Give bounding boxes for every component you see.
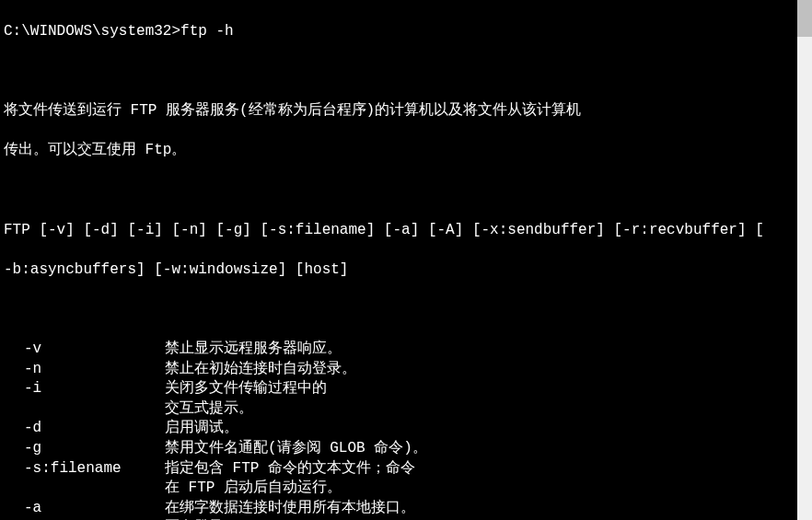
option-row: -g禁用文件名通配(请参阅 GLOB 命令)。 (4, 439, 794, 459)
option-row: -v禁止显示远程服务器响应。 (4, 340, 794, 360)
option-flag: -s:filename (4, 459, 165, 480)
description-text: 传出。可以交互使用 Ftp。 (4, 141, 794, 161)
option-flag (4, 479, 165, 499)
option-flag: -n (4, 360, 165, 380)
option-description: 启用调试。 (165, 419, 238, 439)
option-description: 禁止在初始连接时自动登录。 (165, 360, 356, 380)
option-row: 交互式提示。 (4, 399, 794, 420)
option-description: 禁止显示远程服务器响应。 (165, 340, 342, 360)
usage-syntax: -b:asyncbuffers] [-w:windowsize] [host] (4, 260, 794, 281)
option-description: 在绑字数据连接时使用所有本地接口。 (165, 499, 415, 519)
usage-syntax: FTP [-v] [-d] [-i] [-n] [-g] [-s:filenam… (4, 221, 794, 241)
option-row: -s:filename指定包含 FTP 命令的文本文件；命令 (4, 459, 794, 480)
option-flag (4, 399, 165, 420)
option-description: 指定包含 FTP 命令的文本文件；命令 (165, 459, 415, 480)
option-description: 在 FTP 启动后自动运行。 (165, 479, 342, 499)
option-flag: -v (4, 340, 165, 360)
option-flag: -d (4, 419, 165, 439)
option-row: -n禁止在初始连接时自动登录。 (4, 360, 794, 380)
option-flag: -i (4, 379, 165, 399)
option-description: 交互式提示。 (165, 399, 253, 420)
scrollbar-thumb[interactable] (797, 0, 812, 37)
options-list: -v禁止显示远程服务器响应。-n禁止在初始连接时自动登录。-i关闭多文件传输过程… (4, 340, 794, 520)
vertical-scrollbar[interactable] (797, 0, 812, 520)
command-prompt: C:\WINDOWS\system32>ftp -h (4, 22, 794, 42)
option-description: 禁用文件名通配(请参阅 GLOB 命令)。 (165, 439, 427, 459)
option-row: 在 FTP 启动后自动运行。 (4, 479, 794, 499)
terminal-output: C:\WINDOWS\system32>ftp -h 将文件传送到运行 FTP … (0, 0, 797, 520)
option-row: -i关闭多文件传输过程中的 (4, 379, 794, 399)
description-text: 将文件传送到运行 FTP 服务器服务(经常称为后台程序)的计算机以及将文件从该计… (4, 101, 794, 121)
option-flag: -g (4, 439, 165, 459)
option-description: 关闭多文件传输过程中的 (165, 379, 327, 399)
option-flag: -a (4, 499, 165, 519)
option-row: -d启用调试。 (4, 419, 794, 439)
option-row: -a在绑字数据连接时使用所有本地接口。 (4, 499, 794, 519)
